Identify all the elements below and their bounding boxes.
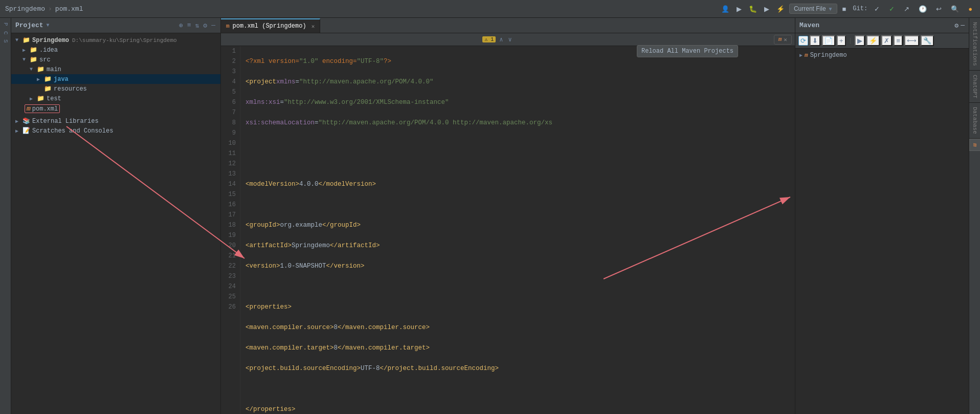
folder-icon-resources: 📁 <box>44 85 52 93</box>
tree-main[interactable]: ▼ 📁 main <box>11 64 220 74</box>
tree-java[interactable]: ▶ 📁 java <box>11 74 220 84</box>
project-panel-header: Project ▼ ⊕ ≡ ⇅ ⚙ — <box>11 18 220 33</box>
maven-panel: Maven ⚙ — ⟳ ⬇ 📄 + | ▶ ⚡ ✗ ≡ ⟷ 🔧 ▶ m Spri… <box>795 18 969 414</box>
git-checkmark1[interactable]: ✓ <box>872 4 882 14</box>
maven-minimize-icon[interactable]: — <box>961 21 965 30</box>
project-icon[interactable]: P <box>2 20 10 28</box>
coverage-button[interactable]: ▶ <box>762 4 772 14</box>
code-editor[interactable]: 12345 678910 1112131415 1617181920 21222… <box>221 46 795 414</box>
folder-icon-idea: 📁 <box>30 46 37 54</box>
commit-icon[interactable]: C <box>2 29 10 37</box>
title-bar-right: 👤 ▶ 🐛 ▶ ⚡ Current File ▼ ■ Git: ✓ ✓ ↗ 🕐 … <box>719 4 975 14</box>
right-tab-maven[interactable]: m <box>969 139 981 151</box>
search-button[interactable]: 🔍 <box>948 4 962 14</box>
project-panel: Project ▼ ⊕ ≡ ⇅ ⚙ — ▼ 📁 Springdemo D:\su… <box>11 18 221 414</box>
toolbar-chevron-down[interactable]: ∨ <box>506 35 513 44</box>
maven-reload-btn[interactable]: ⟳ <box>798 36 808 46</box>
code-line-17 <box>246 384 790 394</box>
tree-root-springdemo[interactable]: ▼ 📁 Springdemo D:\summary-ku\Spring\Spri… <box>11 35 220 45</box>
code-content[interactable]: <?xml version="1.0" encoding="UTF-8"?> <… <box>240 46 795 414</box>
tree-arrow-idea: ▶ <box>23 47 30 53</box>
expand-icon[interactable]: ⇅ <box>194 20 201 31</box>
inline-popup-close[interactable]: ✕ <box>784 36 787 43</box>
tree-idea[interactable]: ▶ 📁 .idea <box>11 45 220 55</box>
app-name: Springdemo <box>5 5 45 13</box>
code-line-15: <maven.compiler.target>8</maven.compiler… <box>246 343 790 353</box>
tree-arrow-test: ▶ <box>30 96 37 102</box>
maven-settings2-btn[interactable]: 🔧 <box>921 35 934 46</box>
code-line-10: <artifactId>Springdemo</artifactId> <box>246 241 790 251</box>
project-dropdown-icon[interactable]: ▼ <box>47 23 50 28</box>
right-tab-chatgpt[interactable]: ChatGPT <box>969 71 981 103</box>
settings-icon[interactable]: ⚙ <box>202 20 208 31</box>
code-line-5 <box>246 138 790 148</box>
maven-download-docs-btn[interactable]: 📄 <box>822 35 835 46</box>
tree-src[interactable]: ▼ 📁 src <box>11 55 220 64</box>
maven-tree-springdemo[interactable]: ▶ m Springdemo <box>797 51 967 60</box>
maven-header-icons: ⚙ — <box>954 21 965 30</box>
pom-m-icon: m <box>27 105 31 113</box>
tree-external-libs[interactable]: ▶ 📚 External Libraries <box>11 116 220 126</box>
editor-tabs: m pom.xml (Springdemo) ✕ <box>221 18 795 33</box>
git-history[interactable]: 🕐 <box>916 4 929 14</box>
git-rollback[interactable]: ↩ <box>933 4 944 14</box>
main-layout: P C S Project ▼ ⊕ ≡ ⇅ ⚙ — ▼ 📁 Springdemo… <box>0 18 980 414</box>
folder-icon-java: 📁 <box>44 75 52 83</box>
code-line-6 <box>246 159 790 169</box>
project-panel-title: Project <box>15 21 43 29</box>
code-line-8 <box>246 200 790 210</box>
tree-arrow-scratch: ▶ <box>15 128 23 134</box>
tree-label-springdemo: Springdemo <box>32 37 69 44</box>
maven-add-btn[interactable]: + <box>837 35 846 46</box>
collapse-icon[interactable]: ≡ <box>186 20 192 31</box>
code-line-12 <box>246 281 790 292</box>
maven-skip-tests-btn[interactable]: ✗ <box>881 35 892 46</box>
code-line-3: xmlns:xsi="http://www.w3.org/2001/XMLSch… <box>246 97 790 107</box>
maven-tree-arrow: ▶ <box>799 52 803 58</box>
run-controls: 👤 ▶ 🐛 ▶ ⚡ Current File ▼ ■ <box>719 4 849 14</box>
run-config-dropdown[interactable]: 👤 <box>719 4 732 14</box>
tree-label-src: src <box>39 56 51 63</box>
code-line-1: <?xml version="1.0" encoding="UTF-8"?> <box>246 56 790 67</box>
close-panel-icon[interactable]: — <box>210 20 216 31</box>
maven-generate-btn[interactable]: ⚡ <box>866 35 880 46</box>
pom-box: m pom.xml <box>25 104 60 113</box>
tree-pom[interactable]: m pom.xml <box>20 103 220 114</box>
tree-resources[interactable]: 📁 resources <box>11 84 220 94</box>
tree-scratches[interactable]: ▶ 📝 Scratches and Consoles <box>11 126 220 136</box>
maven-offline-btn[interactable]: ≡ <box>894 35 903 46</box>
title-bar: Springdemo › pom.xml 👤 ▶ 🐛 ▶ ⚡ Current F… <box>0 0 980 18</box>
file-tree: ▼ 📁 Springdemo D:\summary-ku\Spring\Spri… <box>11 33 220 414</box>
toolbar-chevron-up[interactable]: ∧ <box>498 35 504 44</box>
code-line-9: <groupId>org.example</groupId> <box>246 220 790 230</box>
avatar-button[interactable]: ● <box>966 4 975 14</box>
current-file-button[interactable]: Current File ▼ <box>789 4 838 14</box>
git-push[interactable]: ↗ <box>901 4 912 14</box>
maven-settings-icon[interactable]: ⚙ <box>954 21 959 30</box>
maven-thread-btn[interactable]: ⟷ <box>904 35 919 46</box>
locate-icon[interactable]: ⊕ <box>178 20 184 31</box>
maven-download-sources-btn[interactable]: ⬇ <box>810 35 820 46</box>
run-button[interactable]: ▶ <box>734 4 744 14</box>
git-checkmark2[interactable]: ✓ <box>886 4 897 14</box>
tab-close-pom[interactable]: ✕ <box>311 23 315 30</box>
profiler-button[interactable]: ⚡ <box>774 4 787 14</box>
tree-label-ext: External Libraries <box>32 118 99 125</box>
structure-icon[interactable]: S <box>2 37 10 45</box>
libs-icon: 📚 <box>23 117 30 125</box>
code-line-4: xsi:schemaLocation="http://maven.apache.… <box>246 118 790 128</box>
right-tab-notifications[interactable]: Notifications <box>969 18 981 71</box>
debug-button[interactable]: 🐛 <box>746 4 760 14</box>
right-tab-database[interactable]: Database <box>969 103 981 139</box>
warning-badge: ⚠ 1 <box>482 36 496 42</box>
tab-pom-icon: m <box>226 23 230 29</box>
folder-icon-test: 📁 <box>37 95 44 102</box>
stop-button[interactable]: ■ <box>839 4 849 14</box>
tree-label-idea: .idea <box>39 47 58 54</box>
tree-test[interactable]: ▶ 📁 test <box>11 94 220 103</box>
tree-label-java: java <box>54 76 69 83</box>
tree-arrow-java: ▶ <box>37 76 44 82</box>
maven-run-btn[interactable]: ▶ <box>855 35 865 46</box>
title-bar-left: Springdemo › pom.xml <box>5 5 715 13</box>
tab-pom-xml[interactable]: m pom.xml (Springdemo) ✕ <box>221 18 320 33</box>
